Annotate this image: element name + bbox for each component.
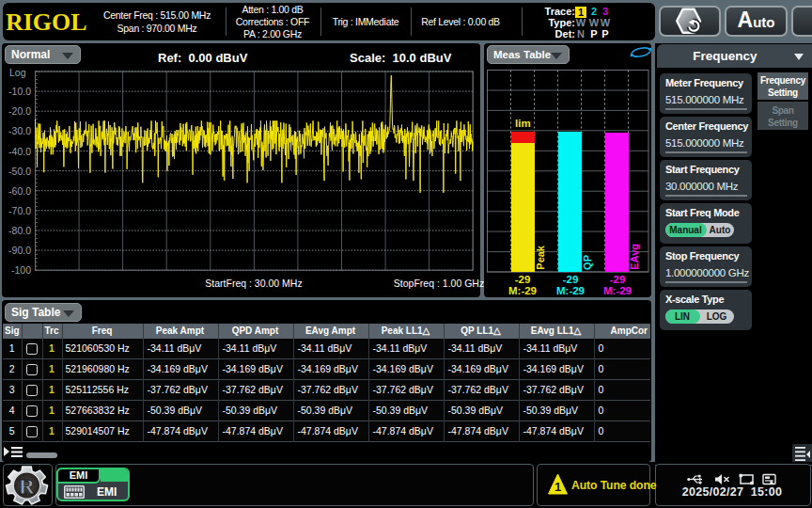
svg-text:R: R	[19, 474, 36, 499]
svg-text:1: 1	[554, 480, 561, 494]
